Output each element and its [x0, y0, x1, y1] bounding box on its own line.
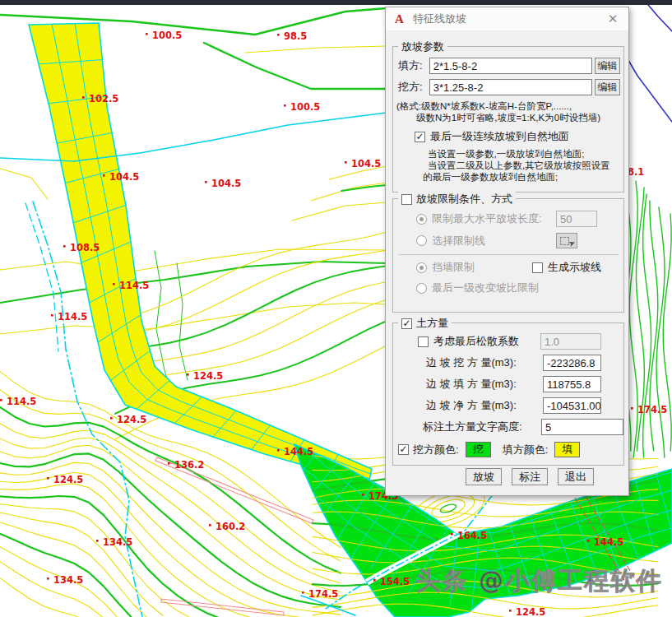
slope-cut-volume-value: -223286.8 [543, 355, 601, 371]
dialog-title-bar[interactable]: A 特征线放坡 ✕ [386, 7, 628, 31]
application-title-bar [0, 0, 672, 5]
elevation-label: 174.5 [308, 588, 338, 600]
earthwork-legend: 土方量 [398, 316, 452, 331]
cursor-arrow-icon [567, 238, 577, 248]
elevation-point-marker [362, 494, 364, 496]
elevation-label: 124.5 [53, 474, 83, 485]
elevation-label: 114.5 [58, 311, 87, 322]
earthwork-checkbox[interactable] [401, 318, 412, 329]
fill-spec-input[interactable]: 2*1.5-8-2 [429, 58, 592, 74]
watermark-text: 头条 @小傅工程软件 [416, 566, 663, 595]
format-hint-line2: 级数N为1时可省略,坡度=1:K,K为0时设挡墙) [416, 112, 623, 123]
loose-factor-input[interactable]: 1.0 [540, 333, 601, 350]
elevation-label: 124.5 [117, 414, 146, 425]
slope-fill-volume-value: 118755.8 [543, 376, 601, 392]
limit-group: 放坡限制条件、方式 限制最大水平放坡长度: 50 选择限制线 挡墙限制 [392, 198, 624, 313]
annotate-button[interactable]: 标注 [512, 468, 548, 485]
elevation-point-marker [587, 540, 590, 542]
fill-edit-button[interactable]: 编辑 [595, 58, 620, 74]
elevation-label: 114.5 [7, 396, 36, 407]
select-limit-line-label: 选择限制线 [432, 234, 485, 248]
elevation-label: 174.5 [637, 404, 667, 415]
last-stage-label: 最后一级连续放坡到自然地面 [430, 129, 569, 144]
show-slope-lines-checkbox[interactable] [532, 262, 543, 273]
elevation-point-marker [284, 104, 286, 107]
max-length-input[interactable]: 50 [556, 211, 597, 227]
elevation-point-marker [146, 33, 148, 35]
elevation-label: 154.5 [380, 576, 410, 587]
slope-params-legend: 放坡参数 [398, 39, 447, 54]
elevation-point-marker [0, 399, 2, 401]
format-hint-line1: (格式:级数N*坡系数K-坡高H-台阶宽P,......, [396, 100, 623, 112]
elevation-label: 104.5 [109, 171, 139, 183]
close-icon[interactable]: ✕ [604, 12, 622, 26]
note-line3: 的最后一级参数放坡到自然地面; [423, 171, 623, 183]
fill-label: 填方: [398, 58, 429, 73]
loose-factor-checkbox[interactable] [418, 336, 429, 347]
pick-limit-line-button[interactable] [556, 233, 577, 248]
wall-limit-radio[interactable] [416, 262, 427, 273]
elevation-point-marker [509, 610, 512, 612]
slope-cut-volume-label: 边 坡 挖 方 量(m3): [426, 355, 517, 370]
text-height-input[interactable]: 5 [541, 419, 623, 435]
change-ratio-radio[interactable] [416, 283, 427, 294]
elevation-point-marker [373, 579, 376, 582]
elevation-point-marker [277, 449, 280, 452]
app-window: 100.598.5102.5100.5104.5104.5104.5108.51… [0, 0, 672, 617]
cut-spec-input[interactable]: 3*1.25-8-2 [429, 79, 592, 95]
elevation-point-marker [82, 96, 85, 99]
limit-legend-text: 放坡限制条件、方式 [416, 192, 512, 206]
elevation-point-marker [168, 462, 170, 465]
elevation-label: 104.5 [351, 158, 381, 169]
slope-net-volume-value: -104531.00 [543, 397, 601, 414]
limit-legend: 放坡限制条件、方式 [398, 192, 516, 206]
exit-button[interactable]: 退出 [558, 468, 594, 485]
elevation-label: 136.2 [174, 459, 204, 471]
slope-net-volume-label: 边 坡 净 方 量(m3): [426, 398, 517, 413]
elevation-label: 8.1 [628, 166, 644, 178]
elevation-point-marker [103, 174, 105, 177]
elevation-point-marker [302, 591, 304, 594]
elevation-point-marker [63, 245, 66, 248]
show-slope-lines-label: 生成示坡线 [548, 260, 601, 275]
elevation-label: 134.5 [53, 574, 83, 586]
elevation-label: 100.5 [290, 101, 320, 113]
slope-button[interactable]: 放坡 [466, 468, 502, 485]
elevation-label: 98.5 [284, 30, 307, 42]
max-length-label: 限制最大水平放坡长度: [432, 211, 542, 226]
fill-color-button[interactable]: 填 [554, 442, 580, 457]
cut-edit-button[interactable]: 编辑 [595, 79, 620, 95]
elevation-point-marker [451, 533, 453, 536]
elevation-point-marker [187, 373, 189, 376]
slope-params-group: 放坡参数 填方: 2*1.5-8-2 编辑 挖方: 3*1.25-8-2 编辑 … [392, 46, 624, 193]
feature-line-slope-dialog: A 特征线放坡 ✕ 放坡参数 填方: 2*1.5-8-2 编辑 挖方: 3*1.… [385, 7, 629, 496]
cut-color-checkbox[interactable] [398, 444, 409, 455]
slope-params-legend-text: 放坡参数 [401, 39, 444, 54]
loose-factor-label: 考虑最后松散系数 [433, 334, 519, 349]
elevation-label: 164.5 [457, 530, 487, 541]
elevation-label: 144.5 [594, 536, 623, 548]
limit-checkbox[interactable] [401, 194, 412, 205]
elevation-point-marker [47, 578, 49, 580]
change-ratio-label: 最后一级改变坡比限制 [432, 281, 539, 295]
cut-color-button[interactable]: 挖 [466, 442, 491, 457]
select-limit-line-radio[interactable] [416, 235, 427, 246]
elevation-label: 160.2 [216, 521, 245, 532]
elevation-point-marker [631, 407, 633, 410]
max-length-radio[interactable] [416, 214, 427, 225]
cut-color-label: 挖方颜色: [413, 443, 459, 457]
elevation-point-marker [277, 34, 280, 36]
elevation-label: 144.5 [284, 446, 313, 457]
elevation-label: 108.5 [70, 242, 100, 253]
wall-limit-label: 挡墙限制 [432, 260, 475, 275]
fill-color-label: 填方颜色: [503, 443, 549, 457]
last-stage-checkbox[interactable] [415, 132, 425, 142]
earthwork-legend-text: 土方量 [416, 316, 448, 331]
text-height-label: 标注土方量文字高度: [423, 420, 522, 434]
elevation-label: 124.5 [193, 370, 223, 382]
elevation-point-marker [345, 161, 347, 164]
note-line2: 当设置二级及以上参数,其它级放坡按照设置 [428, 160, 623, 171]
elevation-point-marker [96, 540, 99, 542]
elevation-point-marker [205, 181, 207, 183]
elevation-label: 134.5 [103, 536, 132, 548]
